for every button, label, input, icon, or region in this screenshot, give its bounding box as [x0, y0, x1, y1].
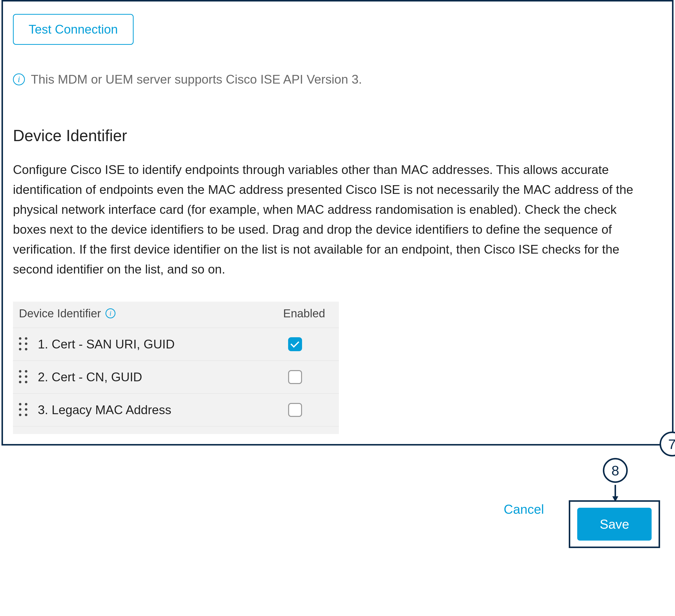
info-message: i This MDM or UEM server supports Cisco … — [13, 72, 662, 87]
info-text: This MDM or UEM server supports Cisco IS… — [31, 72, 362, 87]
header-enabled: Enabled — [283, 306, 333, 320]
annotation-step-7: 7 — [660, 431, 675, 457]
drag-handle-icon[interactable] — [19, 370, 29, 384]
save-button[interactable]: Save — [577, 508, 652, 541]
row-label: 2. Cert - CN, GUID — [38, 370, 283, 384]
info-icon[interactable]: i — [105, 309, 116, 318]
device-identifier-table: Device Identifier i Enabled 1. Cert - SA… — [13, 302, 339, 434]
annotation-step-8: 8 — [603, 458, 628, 483]
section-title: Device Identifier — [13, 126, 662, 145]
svg-marker-1 — [612, 496, 618, 502]
annotation-step-8-group: 8 — [603, 458, 628, 502]
row-label: 3. Legacy MAC Address — [38, 403, 283, 417]
footer: 8 Cancel Save — [0, 461, 675, 563]
config-panel: Test Connection i This MDM or UEM server… — [1, 0, 674, 446]
drag-handle-icon[interactable] — [19, 337, 29, 351]
drag-handle-icon[interactable] — [19, 403, 29, 417]
info-icon: i — [13, 73, 25, 85]
arrow-down-icon — [612, 485, 619, 502]
header-label: Device Identifier — [19, 306, 101, 320]
enabled-checkbox[interactable] — [288, 403, 302, 417]
row-label: 1. Cert - SAN URI, GUID — [38, 337, 283, 351]
table-row: 3. Legacy MAC Address — [13, 394, 339, 427]
save-button-highlight: Save — [569, 500, 660, 548]
enabled-checkbox[interactable] — [288, 337, 302, 351]
table-row: 2. Cert - CN, GUID — [13, 361, 339, 394]
cancel-button[interactable]: Cancel — [504, 502, 544, 517]
section-description: Configure Cisco ISE to identify endpoint… — [13, 160, 650, 279]
table-row: 1. Cert - SAN URI, GUID — [13, 328, 339, 361]
enabled-checkbox[interactable] — [288, 370, 302, 384]
table-header: Device Identifier i Enabled — [13, 302, 339, 328]
test-connection-button[interactable]: Test Connection — [13, 14, 134, 45]
